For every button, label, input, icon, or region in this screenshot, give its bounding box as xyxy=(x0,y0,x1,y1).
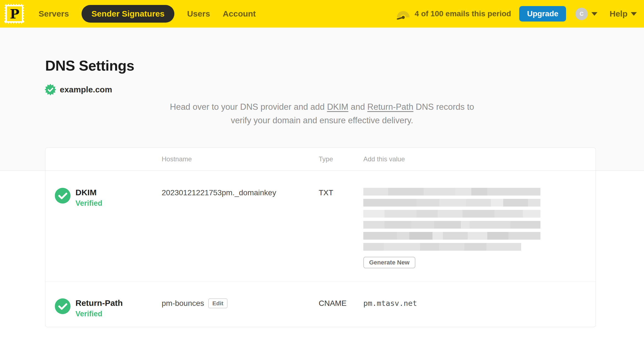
nav-item-users[interactable]: Users xyxy=(187,9,210,18)
redacted-value-line xyxy=(363,221,540,229)
status-badge: Verified xyxy=(75,199,102,208)
chevron-down-icon xyxy=(591,12,597,16)
intro-post-line1: DNS records to xyxy=(413,102,474,112)
help-menu[interactable]: Help xyxy=(610,9,637,18)
dkim-status-cell: DKIM Verified xyxy=(45,188,162,268)
nav-items: Servers Sender Signatures Users Account xyxy=(39,5,256,23)
table-row-dkim: DKIM Verified 20230121221753pm._domainke… xyxy=(45,171,596,282)
record-name: Return-Path xyxy=(75,298,123,308)
return-path-type: CNAME xyxy=(319,298,363,318)
record-name: DKIM xyxy=(75,188,102,197)
status-badge: Verified xyxy=(75,310,123,318)
intro-pre: Head over to your DNS provider and add xyxy=(170,102,327,112)
upgrade-button[interactable]: Upgrade xyxy=(519,6,566,22)
chevron-down-icon xyxy=(631,12,637,16)
top-nav: P Servers Sender Signatures Users Accoun… xyxy=(0,0,644,28)
verified-seal-icon xyxy=(45,84,56,95)
usage-text: 4 of 100 emails this period xyxy=(415,9,511,18)
intro-mid: and xyxy=(348,102,367,112)
edit-button[interactable]: Edit xyxy=(208,298,228,308)
svg-text:P: P xyxy=(10,7,20,22)
column-header-value: Add this value xyxy=(363,155,596,163)
verified-check-icon xyxy=(55,188,71,204)
domain-row: example.com xyxy=(45,84,112,95)
dkim-hostname: 20230121221753pm._domainkey xyxy=(162,188,319,268)
dkim-type: TXT xyxy=(319,188,363,268)
avatar: C xyxy=(575,8,588,20)
gauge-icon xyxy=(396,8,411,20)
dns-records-card: Hostname Type Add this value DKIM Verifi… xyxy=(45,148,596,327)
redacted-value-line xyxy=(363,243,521,251)
nav-item-servers[interactable]: Servers xyxy=(39,9,69,18)
intro-text: Head over to your DNS provider and add D… xyxy=(143,100,501,127)
page-title: DNS Settings xyxy=(45,57,134,74)
postmark-stamp-icon: P xyxy=(4,4,24,24)
generate-new-button[interactable]: Generate New xyxy=(363,257,415,268)
help-label: Help xyxy=(610,9,627,18)
column-header-type: Type xyxy=(319,155,363,163)
return-path-value: pm.mtasv.net xyxy=(363,298,596,318)
dkim-link[interactable]: DKIM xyxy=(327,102,348,112)
nav-item-sender-signatures[interactable]: Sender Signatures xyxy=(82,5,174,23)
redacted-value-line xyxy=(363,199,540,207)
account-menu[interactable]: C xyxy=(575,8,597,20)
domain-name: example.com xyxy=(60,85,112,94)
verified-check-icon xyxy=(55,298,71,314)
redacted-value-line xyxy=(363,210,540,218)
dkim-value-cell: Generate New xyxy=(363,188,596,268)
intro-post-line2: verify your domain and ensure effective … xyxy=(231,116,413,125)
redacted-value-line xyxy=(363,188,540,196)
redacted-value-block xyxy=(363,188,596,251)
return-path-hostname-cell: pm-bounces Edit xyxy=(162,298,319,318)
column-header-hostname: Hostname xyxy=(162,155,319,163)
return-path-link[interactable]: Return-Path xyxy=(367,102,413,112)
nav-item-account[interactable]: Account xyxy=(223,9,256,18)
return-path-status-cell: Return-Path Verified xyxy=(45,298,162,318)
redacted-value-line xyxy=(363,232,540,240)
usage-meter: 4 of 100 emails this period xyxy=(396,8,511,20)
postmark-logo[interactable]: P xyxy=(4,4,24,24)
table-row-return-path: Return-Path Verified pm-bounces Edit CNA… xyxy=(45,282,596,327)
nav-right-cluster: 4 of 100 emails this period Upgrade C He… xyxy=(396,6,637,22)
table-header-row: Hostname Type Add this value xyxy=(45,148,596,171)
avatar-initial: C xyxy=(580,11,583,17)
return-path-hostname: pm-bounces xyxy=(162,298,204,308)
